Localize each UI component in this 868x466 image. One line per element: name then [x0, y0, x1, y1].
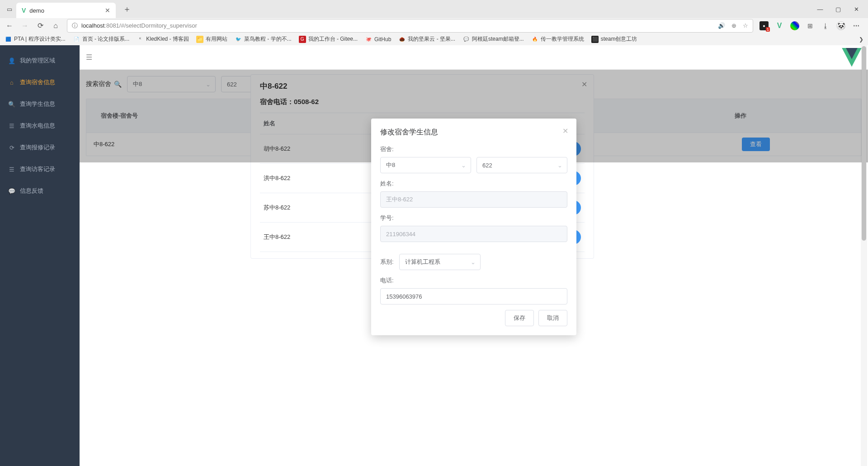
extensions-menu-icon[interactable]: ⊞ — [806, 21, 815, 30]
bookmark-item[interactable]: 🔥传一教学管理系统 — [531, 35, 584, 43]
url-host: localhost — [81, 22, 104, 29]
bookmark-item[interactable]: ⬛steam创意工坊 — [591, 35, 637, 43]
close-window-icon[interactable]: ✕ — [852, 6, 861, 13]
bookmark-favicon-icon: 🐦 — [235, 36, 242, 43]
browser-titlebar: ▭ V demo ✕ ＋ — ▢ ✕ — [0, 0, 868, 18]
zoom-icon[interactable]: ⊕ — [731, 22, 736, 29]
vue-devtools-icon[interactable]: V — [775, 21, 784, 30]
bookmark-item[interactable]: 🐦菜鸟教程 - 学的不... — [235, 35, 292, 43]
bookmark-favicon-icon: 📄 — [73, 36, 80, 43]
bookmark-item[interactable]: 📁有用网站 — [196, 35, 227, 43]
bookmark-item[interactable]: 📄首页 - 论文排版系... — [73, 35, 130, 43]
window-controls: — ▢ ✕ — [816, 6, 865, 13]
downloads-icon[interactable]: ⭳ — [821, 21, 830, 30]
extension-icons: ▪1 V ⊞ ⭳ 🐼 ⋯ — [755, 21, 865, 30]
bookmark-favicon-icon: G — [299, 36, 306, 43]
bookmark-item[interactable]: 🟦PTA | 程序设计类实... — [5, 35, 66, 43]
bookmark-item[interactable]: G我的工作台 - Gitee... — [299, 35, 358, 43]
browser-chrome: ▭ V demo ✕ ＋ — ▢ ✕ ← → ⟳ ⌂ ⓘ localhost:8… — [0, 0, 868, 45]
browser-tab[interactable]: V demo ✕ — [16, 3, 116, 18]
profile-icon[interactable]: 🐼 — [836, 21, 845, 30]
vue-favicon-icon: V — [22, 7, 26, 14]
bookmark-overflow-icon[interactable]: ❯ — [859, 36, 863, 43]
site-info-icon[interactable]: ⓘ — [72, 22, 78, 30]
home-button[interactable]: ⌂ — [49, 19, 62, 33]
favorite-icon[interactable]: ☆ — [743, 22, 748, 29]
folder-icon: 📁 — [196, 36, 203, 43]
tab-title: demo — [29, 7, 44, 14]
bookmark-item[interactable]: 🌰我的坚果云 - 坚果... — [398, 35, 455, 43]
bookmark-favicon-icon: 🐙 — [365, 36, 372, 43]
close-tab-icon[interactable]: ✕ — [105, 7, 110, 14]
forward-button: → — [18, 19, 32, 33]
maximize-icon[interactable]: ▢ — [834, 6, 843, 13]
tab-actions-icon[interactable]: ▭ — [3, 2, 16, 16]
back-button[interactable]: ← — [3, 19, 16, 33]
bookmark-favicon-icon: 🟦 — [5, 36, 12, 43]
url-path: /#/selectDormitory_supervisor — [119, 22, 197, 29]
bookmark-favicon-icon: 🌰 — [398, 36, 406, 43]
bookmark-favicon-icon: ᴷ — [137, 36, 144, 43]
refresh-button[interactable]: ⟳ — [33, 19, 47, 33]
bookmark-favicon-icon: 🔥 — [531, 36, 538, 43]
bookmark-item[interactable]: 💬阿根廷steam邮箱登... — [462, 35, 524, 43]
address-bar[interactable]: ⓘ localhost:8081/#/selectDormitory_super… — [67, 19, 753, 33]
bookmark-bar: 🟦PTA | 程序设计类实... 📄首页 - 论文排版系... ᴷKledKle… — [0, 33, 868, 45]
minimize-icon[interactable]: — — [816, 6, 825, 13]
audio-icon[interactable]: 🔊 — [718, 22, 725, 29]
bookmark-favicon-icon: ⬛ — [591, 36, 599, 43]
new-tab-button[interactable]: ＋ — [120, 4, 134, 14]
browser-toolbar: ← → ⟳ ⌂ ⓘ localhost:8081/#/selectDormito… — [0, 18, 868, 33]
url-port: :8081 — [104, 22, 119, 29]
bookmark-favicon-icon: 💬 — [462, 36, 470, 43]
bookmark-item[interactable]: 🐙GitHub — [365, 36, 391, 43]
extension-icon[interactable] — [790, 21, 799, 30]
extension-icon[interactable]: ▪1 — [760, 21, 769, 30]
browser-menu-icon[interactable]: ⋯ — [852, 21, 861, 30]
bookmark-item[interactable]: ᴷKledKled - 博客园 — [137, 35, 189, 43]
